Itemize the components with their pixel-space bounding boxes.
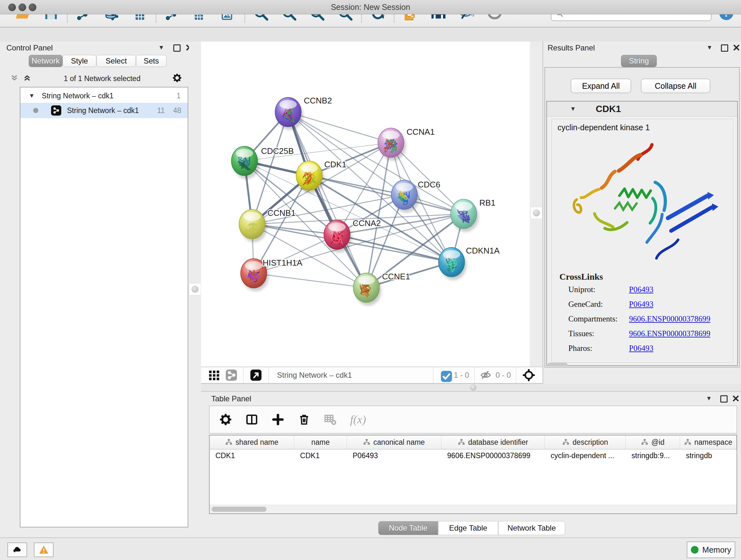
network-node-CCNB2[interactable]: CCNB2	[275, 96, 332, 130]
gene-section-header[interactable]: ▼ CDK1	[547, 102, 737, 117]
column-header-@id[interactable]: @id	[626, 435, 680, 449]
network-status-dot	[33, 108, 38, 113]
network-node-HIST1H1A[interactable]: HIST1H1A	[241, 258, 302, 291]
crosslink-value-link[interactable]: P06493	[629, 285, 653, 294]
share-view-icon[interactable]	[225, 369, 238, 381]
expand-all-chevron-icon[interactable]	[22, 73, 32, 84]
collapse-all-button[interactable]: Collapse All	[641, 78, 711, 93]
network-canvas[interactable]: CDK1CCNB1CCNB2CCNA1CCNA2CCNE1CDC25BCDC6C…	[201, 42, 530, 367]
add-column-icon[interactable]	[272, 413, 284, 426]
results-panel-close-icon[interactable]: ✕	[732, 44, 740, 51]
window-title: Session: New Session	[0, 3, 741, 12]
table-panel-title: Table Panel	[211, 394, 251, 403]
table-cell[interactable]: stringdb:9...	[626, 449, 680, 462]
section-collapse-triangle-icon[interactable]: ▼	[570, 105, 576, 112]
table-cell[interactable]: CDK1	[294, 449, 347, 462]
table-panel-close-icon[interactable]: ✕	[732, 395, 740, 402]
tab-select[interactable]: Select	[96, 55, 136, 67]
right-splitter[interactable]	[530, 42, 542, 367]
expand-all-button[interactable]: Expand All	[570, 78, 631, 93]
table-cell[interactable]: CDK1	[210, 449, 294, 462]
gear-icon[interactable]	[172, 73, 182, 84]
results-panel-collapse-icon[interactable]: ▼	[706, 44, 713, 51]
tab-network-table[interactable]: Network Table	[498, 521, 565, 535]
column-header-name[interactable]: name	[294, 435, 347, 449]
selected-checkbox-icon[interactable]	[441, 370, 450, 380]
birdseye-view-icon[interactable]	[250, 369, 262, 381]
crosslink-label: GeneCard:	[568, 300, 603, 309]
table-cell[interactable]: stringdb	[680, 449, 737, 462]
network-node-label: CCNB1	[267, 208, 295, 218]
splitter-knob[interactable]	[192, 286, 199, 293]
column-header-description[interactable]: description	[545, 435, 625, 449]
memory-status-dot	[691, 546, 698, 554]
delete-column-icon[interactable]	[298, 413, 311, 426]
network-node-label: CCNE1	[382, 272, 410, 281]
tab-network[interactable]: Network	[29, 55, 63, 67]
string-app-icon	[51, 105, 61, 116]
crosslink-value-link[interactable]: P06493	[629, 344, 653, 353]
window-titlebar: Session: New Session	[0, 0, 741, 14]
tab-node-table[interactable]: Node Table	[378, 521, 438, 535]
grid-view-icon[interactable]	[208, 369, 220, 381]
table-panel-float-icon[interactable]	[720, 395, 728, 402]
network-node-CDC25B[interactable]: CDC25B	[231, 146, 294, 179]
table-row[interactable]: CDK1CDK1P064939606.ENSP00000378699cyclin…	[210, 449, 737, 462]
network-node-CDK1[interactable]: CDK1	[296, 160, 346, 193]
control-panel-float-icon[interactable]	[173, 44, 181, 52]
horizontal-splitter[interactable]	[201, 384, 741, 391]
tab-sets[interactable]: Sets	[136, 55, 166, 67]
network-collection-row[interactable]: ▼ String Network – cdk1 1	[20, 89, 188, 103]
crosslink-value-link[interactable]: P06493	[629, 300, 653, 309]
crosslink-value-link[interactable]: 9606.ENSP00000378699	[629, 329, 711, 338]
table-cell[interactable]: 9606.ENSP00000378699	[441, 449, 545, 462]
show-columns-icon[interactable]	[246, 413, 258, 426]
splitter-knob[interactable]	[470, 384, 476, 391]
column-header-database-identifier[interactable]: database identifier	[441, 435, 545, 449]
fit-selected-crosshair-icon[interactable]	[523, 369, 535, 381]
collapse-all-chevron-icon[interactable]	[10, 73, 19, 84]
table-panel-collapse-icon[interactable]: ▼	[706, 395, 712, 402]
network-edge[interactable]	[288, 112, 391, 143]
selected-count-text: 1 - 0	[454, 371, 469, 380]
table-cell[interactable]: cyclin-dependent ...	[545, 449, 625, 462]
warning-button[interactable]	[34, 543, 54, 557]
left-splitter[interactable]	[189, 42, 201, 537]
network-row-selected[interactable]: String Network – cdk1 11 48	[20, 103, 188, 118]
network-edge[interactable]	[337, 235, 452, 262]
network-view-toolbar: String Network – cdk1 1 - 0 0 - 0	[201, 367, 542, 384]
cloud-icon	[12, 545, 22, 555]
network-node-CDKN1A[interactable]: CDKN1A	[439, 246, 500, 280]
results-scrollbar-thumb[interactable]	[548, 363, 567, 366]
tab-style[interactable]: Style	[63, 55, 96, 67]
disclosure-triangle-icon[interactable]: ▼	[29, 92, 35, 99]
tab-string[interactable]: String	[621, 55, 657, 67]
table-horizontal-scrollbar[interactable]	[210, 505, 737, 513]
gene-name: CDK1	[596, 104, 621, 114]
network-node-CCNA1[interactable]: CCNA1	[378, 127, 434, 161]
control-panel-collapse-icon[interactable]: ▼	[158, 44, 164, 51]
column-header-shared-name[interactable]: shared name	[210, 435, 294, 449]
crosslink-value-link[interactable]: 9606.ENSP00000378699	[629, 314, 711, 323]
network-node-RB1[interactable]: RB1	[451, 198, 495, 232]
gear-icon[interactable]	[219, 413, 232, 426]
tab-edge-table[interactable]: Edge Table	[438, 521, 498, 535]
table-cell[interactable]: P06493	[347, 449, 441, 462]
splitter-knob[interactable]	[533, 209, 540, 216]
column-header-namespace[interactable]: namespace	[680, 435, 737, 449]
network-edge[interactable]	[254, 273, 366, 288]
column-header-canonical-name[interactable]: canonical name	[347, 435, 441, 449]
crosslink-label: Pharos:	[568, 344, 592, 353]
cloud-button[interactable]	[7, 543, 27, 557]
scrollbar-thumb[interactable]	[212, 507, 266, 512]
network-node-CCNB1[interactable]: CCNB1	[239, 208, 295, 242]
hidden-count-text: 0 - 0	[495, 371, 511, 380]
network-selection-bar: 1 of 1 Network selected	[10, 71, 182, 85]
network-list: ▼ String Network – cdk1 1 String Network…	[20, 87, 188, 527]
results-panel-float-icon[interactable]	[721, 44, 728, 52]
hidden-eye-icon[interactable]	[480, 369, 492, 381]
memory-button[interactable]: Memory	[687, 542, 735, 558]
network-node-label: CDC6	[418, 180, 441, 189]
network-row-label: String Network – cdk1	[67, 106, 139, 115]
network-node-CCNE1[interactable]: CCNE1	[353, 272, 410, 306]
